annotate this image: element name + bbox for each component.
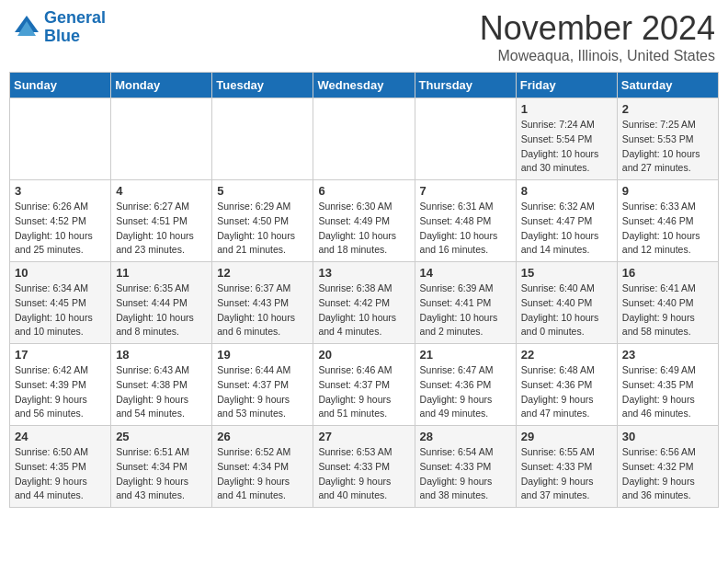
calendar-cell: 11Sunrise: 6:35 AMSunset: 4:44 PMDayligh… [111, 262, 212, 344]
calendar-cell: 2Sunrise: 7:25 AMSunset: 5:53 PMDaylight… [617, 98, 718, 180]
day-info: Sunrise: 6:39 AMSunset: 4:41 PMDaylight:… [420, 282, 511, 339]
day-info: Sunrise: 6:49 AMSunset: 4:35 PMDaylight:… [622, 363, 713, 421]
day-info: Sunrise: 7:24 AMSunset: 5:54 PMDaylight:… [521, 118, 612, 176]
day-number: 8 [521, 184, 612, 198]
calendar-cell: 18Sunrise: 6:43 AMSunset: 4:38 PMDayligh… [111, 344, 212, 426]
calendar-cell: 23Sunrise: 6:49 AMSunset: 4:35 PMDayligh… [617, 344, 718, 426]
calendar-body: 1Sunrise: 7:24 AMSunset: 5:54 PMDaylight… [10, 98, 719, 508]
day-info: Sunrise: 6:37 AMSunset: 4:43 PMDaylight:… [217, 282, 308, 339]
day-info: Sunrise: 6:40 AMSunset: 4:40 PMDaylight:… [521, 282, 612, 339]
day-number: 15 [521, 266, 612, 280]
calendar-cell: 1Sunrise: 7:24 AMSunset: 5:54 PMDaylight… [516, 98, 617, 180]
day-of-week-header: Tuesday [212, 73, 313, 98]
calendar-cell: 7Sunrise: 6:31 AMSunset: 4:48 PMDaylight… [415, 180, 516, 262]
calendar-cell: 8Sunrise: 6:32 AMSunset: 4:47 PMDaylight… [516, 180, 617, 262]
day-number: 21 [420, 348, 511, 362]
calendar-cell: 12Sunrise: 6:37 AMSunset: 4:43 PMDayligh… [212, 262, 313, 344]
day-info: Sunrise: 7:25 AMSunset: 5:53 PMDaylight:… [622, 118, 713, 176]
day-info: Sunrise: 6:31 AMSunset: 4:48 PMDaylight:… [420, 200, 511, 258]
day-number: 5 [217, 184, 308, 198]
calendar-cell: 5Sunrise: 6:29 AMSunset: 4:50 PMDaylight… [212, 180, 313, 262]
day-number: 6 [318, 184, 409, 198]
calendar-cell [10, 98, 111, 180]
day-number: 11 [116, 266, 207, 280]
day-number: 2 [622, 102, 713, 116]
calendar-cell: 21Sunrise: 6:47 AMSunset: 4:36 PMDayligh… [415, 344, 516, 426]
calendar-cell: 26Sunrise: 6:52 AMSunset: 4:34 PMDayligh… [212, 426, 313, 508]
day-of-week-header: Friday [516, 73, 617, 98]
day-number: 22 [521, 348, 612, 362]
day-info: Sunrise: 6:51 AMSunset: 4:34 PMDaylight:… [116, 445, 207, 503]
day-number: 17 [15, 348, 106, 362]
logo-line2: Blue [44, 27, 80, 45]
calendar-cell: 29Sunrise: 6:55 AMSunset: 4:33 PMDayligh… [516, 426, 617, 508]
calendar-cell: 20Sunrise: 6:46 AMSunset: 4:37 PMDayligh… [313, 344, 415, 426]
calendar-cell: 22Sunrise: 6:48 AMSunset: 4:36 PMDayligh… [516, 344, 617, 426]
day-number: 23 [622, 348, 713, 362]
calendar-cell: 10Sunrise: 6:34 AMSunset: 4:45 PMDayligh… [10, 262, 111, 344]
day-number: 28 [420, 430, 511, 443]
calendar-week-row: 17Sunrise: 6:42 AMSunset: 4:39 PMDayligh… [10, 344, 719, 426]
day-info: Sunrise: 6:43 AMSunset: 4:38 PMDaylight:… [116, 363, 207, 421]
day-number: 7 [420, 184, 511, 198]
calendar-cell [212, 98, 313, 180]
day-info: Sunrise: 6:29 AMSunset: 4:50 PMDaylight:… [217, 200, 308, 258]
calendar-cell [111, 98, 212, 180]
day-number: 1 [521, 102, 612, 116]
calendar-cell: 28Sunrise: 6:54 AMSunset: 4:33 PMDayligh… [415, 426, 516, 508]
logo-icon [13, 14, 40, 41]
logo-line1: General [44, 8, 106, 27]
day-info: Sunrise: 6:26 AMSunset: 4:52 PMDaylight:… [15, 200, 106, 258]
calendar-header-row: SundayMondayTuesdayWednesdayThursdayFrid… [10, 73, 719, 98]
day-number: 16 [622, 266, 713, 280]
calendar-cell: 15Sunrise: 6:40 AMSunset: 4:40 PMDayligh… [516, 262, 617, 344]
day-number: 26 [217, 430, 308, 443]
calendar-cell: 30Sunrise: 6:56 AMSunset: 4:32 PMDayligh… [617, 426, 718, 508]
day-number: 19 [217, 348, 308, 362]
calendar-cell: 6Sunrise: 6:30 AMSunset: 4:49 PMDaylight… [313, 180, 415, 262]
location-title: Moweaqua, Illinois, United States [480, 48, 715, 64]
day-info: Sunrise: 6:30 AMSunset: 4:49 PMDaylight:… [318, 200, 409, 258]
day-info: Sunrise: 6:42 AMSunset: 4:39 PMDaylight:… [15, 363, 106, 421]
day-of-week-header: Monday [111, 73, 212, 98]
day-info: Sunrise: 6:56 AMSunset: 4:32 PMDaylight:… [622, 445, 713, 503]
day-number: 3 [15, 184, 106, 198]
calendar-cell: 24Sunrise: 6:50 AMSunset: 4:35 PMDayligh… [10, 426, 111, 508]
day-info: Sunrise: 6:34 AMSunset: 4:45 PMDaylight:… [15, 282, 106, 339]
day-info: Sunrise: 6:52 AMSunset: 4:34 PMDaylight:… [217, 445, 308, 503]
calendar-cell: 13Sunrise: 6:38 AMSunset: 4:42 PMDayligh… [313, 262, 415, 344]
logo-text: General Blue [44, 9, 106, 46]
day-number: 4 [116, 184, 207, 198]
month-title: November 2024 [480, 9, 715, 48]
calendar-cell: 14Sunrise: 6:39 AMSunset: 4:41 PMDayligh… [415, 262, 516, 344]
calendar-cell: 19Sunrise: 6:44 AMSunset: 4:37 PMDayligh… [212, 344, 313, 426]
day-of-week-header: Saturday [617, 73, 718, 98]
header: General Blue November 2024 Moweaqua, Ill… [9, 9, 719, 64]
calendar-cell: 4Sunrise: 6:27 AMSunset: 4:51 PMDaylight… [111, 180, 212, 262]
day-info: Sunrise: 6:32 AMSunset: 4:47 PMDaylight:… [521, 200, 612, 258]
day-number: 25 [116, 430, 207, 443]
calendar-cell: 9Sunrise: 6:33 AMSunset: 4:46 PMDaylight… [617, 180, 718, 262]
logo: General Blue [13, 9, 106, 46]
calendar-cell [415, 98, 516, 180]
day-info: Sunrise: 6:33 AMSunset: 4:46 PMDaylight:… [622, 200, 713, 258]
calendar-table: SundayMondayTuesdayWednesdayThursdayFrid… [9, 72, 719, 508]
day-of-week-header: Wednesday [313, 73, 415, 98]
title-area: November 2024 Moweaqua, Illinois, United… [480, 9, 715, 64]
day-number: 10 [15, 266, 106, 280]
day-number: 27 [318, 430, 409, 443]
day-number: 12 [217, 266, 308, 280]
day-number: 24 [15, 430, 106, 443]
day-info: Sunrise: 6:50 AMSunset: 4:35 PMDaylight:… [15, 445, 106, 503]
calendar-cell: 27Sunrise: 6:53 AMSunset: 4:33 PMDayligh… [313, 426, 415, 508]
day-number: 20 [318, 348, 409, 362]
calendar-cell: 17Sunrise: 6:42 AMSunset: 4:39 PMDayligh… [10, 344, 111, 426]
calendar-cell: 25Sunrise: 6:51 AMSunset: 4:34 PMDayligh… [111, 426, 212, 508]
calendar-cell: 3Sunrise: 6:26 AMSunset: 4:52 PMDaylight… [10, 180, 111, 262]
calendar-week-row: 24Sunrise: 6:50 AMSunset: 4:35 PMDayligh… [10, 426, 719, 508]
calendar-week-row: 3Sunrise: 6:26 AMSunset: 4:52 PMDaylight… [10, 180, 719, 262]
day-info: Sunrise: 6:27 AMSunset: 4:51 PMDaylight:… [116, 200, 207, 258]
calendar-cell: 16Sunrise: 6:41 AMSunset: 4:40 PMDayligh… [617, 262, 718, 344]
day-number: 18 [116, 348, 207, 362]
day-info: Sunrise: 6:35 AMSunset: 4:44 PMDaylight:… [116, 282, 207, 339]
